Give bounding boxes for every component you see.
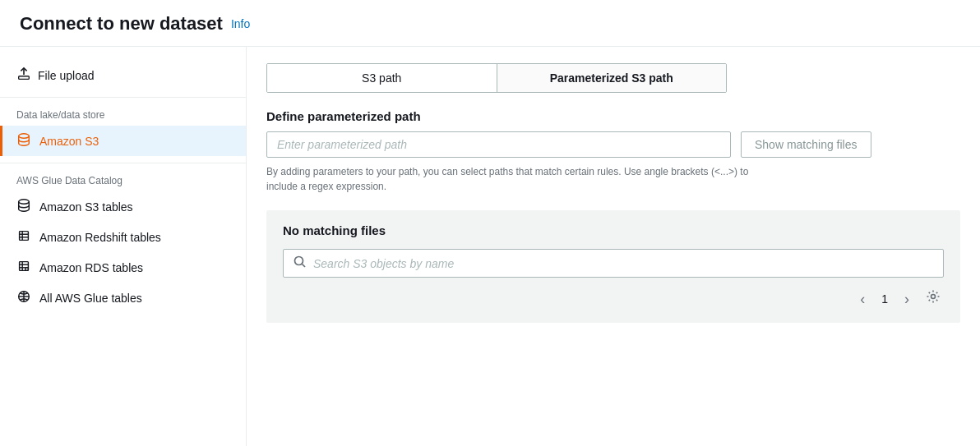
no-matching-section: No matching files ‹ 1 › — [266, 210, 960, 323]
section-title: Define parameterized path — [266, 109, 960, 123]
data-lake-section-label: Data lake/data store — [0, 104, 246, 126]
tab-parameterized-s3-path[interactable]: Parameterized S3 path — [497, 64, 727, 92]
page-header: Connect to new dataset Info — [0, 0, 980, 47]
sidebar-item-all-glue-tables[interactable]: All AWS Glue tables — [0, 283, 246, 313]
param-path-section: Define parameterized path Show matching … — [266, 109, 960, 194]
info-link[interactable]: Info — [231, 17, 250, 30]
pagination-row: ‹ 1 › — [283, 287, 944, 310]
pagination-current-page: 1 — [875, 291, 894, 307]
main-panel: S3 path Parameterized S3 path Define par… — [247, 47, 980, 446]
sidebar-item-s3-tables[interactable]: Amazon S3 tables — [0, 191, 246, 222]
s3-tables-label: Amazon S3 tables — [39, 200, 133, 214]
pagination-settings-button[interactable] — [922, 287, 944, 310]
all-glue-tables-label: All AWS Glue tables — [39, 292, 142, 305]
sidebar-item-amazon-s3[interactable]: Amazon S3 — [0, 126, 246, 156]
search-s3-input[interactable] — [313, 257, 933, 270]
file-upload-label: File upload — [38, 69, 95, 82]
svg-point-12 — [25, 268, 29, 271]
sidebar-divider — [0, 97, 246, 98]
upload-icon — [16, 67, 31, 84]
search-box — [283, 249, 944, 278]
rds-icon — [16, 259, 31, 276]
glue-tables-icon — [16, 289, 31, 306]
sidebar-item-file-upload[interactable]: File upload — [0, 60, 246, 90]
s3-tables-icon — [16, 198, 31, 215]
sidebar: File upload Data lake/data store Amazon … — [0, 47, 247, 446]
show-matching-files-button[interactable]: Show matching files — [741, 131, 871, 158]
no-matching-title: No matching files — [283, 223, 944, 237]
svg-point-2 — [19, 134, 30, 138]
svg-point-3 — [19, 200, 30, 204]
hint-text: By adding parameters to your path, you c… — [266, 164, 760, 194]
content-area: File upload Data lake/data store Amazon … — [0, 47, 980, 446]
svg-point-16 — [295, 257, 303, 265]
sidebar-divider-2 — [0, 163, 246, 163]
svg-point-18 — [931, 295, 936, 299]
sidebar-item-redshift-tables[interactable]: Amazon Redshift tables — [0, 222, 246, 252]
tab-s3-path[interactable]: S3 path — [267, 64, 497, 92]
tab-group: S3 path Parameterized S3 path — [266, 63, 727, 93]
path-input[interactable] — [266, 131, 731, 158]
pagination-next-button[interactable]: › — [899, 290, 914, 308]
page-title: Connect to new dataset — [20, 13, 223, 34]
svg-line-17 — [303, 264, 306, 268]
svg-rect-0 — [19, 76, 30, 80]
s3-bucket-icon — [16, 132, 31, 149]
glue-section-label: AWS Glue Data Catalog — [0, 170, 246, 191]
sidebar-item-rds-tables[interactable]: Amazon RDS tables — [0, 252, 246, 283]
rds-tables-label: Amazon RDS tables — [39, 261, 143, 274]
pagination-prev-button[interactable]: ‹ — [855, 290, 870, 308]
amazon-s3-label: Amazon S3 — [39, 135, 99, 148]
path-input-row: Show matching files — [266, 131, 960, 158]
redshift-tables-label: Amazon Redshift tables — [39, 231, 161, 244]
redshift-icon — [16, 228, 31, 246]
svg-rect-4 — [20, 232, 29, 241]
search-icon — [294, 255, 307, 271]
